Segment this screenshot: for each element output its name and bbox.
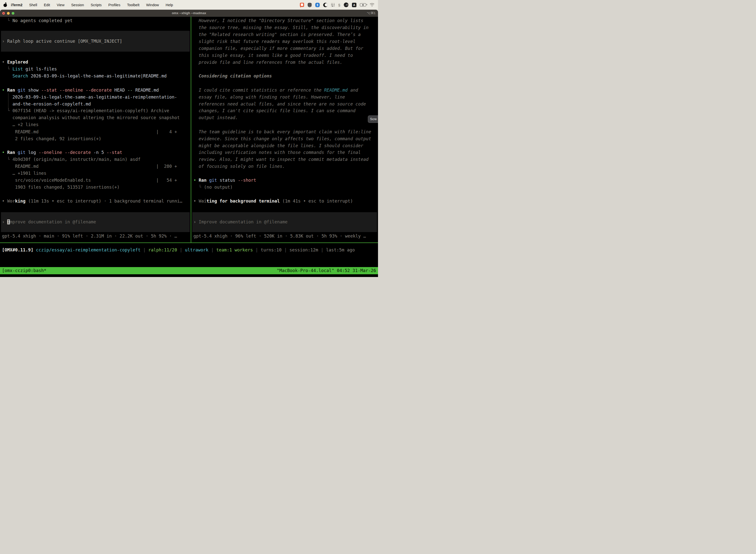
text-segment: --	[127, 88, 133, 93]
terminal-line: and-the-erosion-of-copyleft.md	[2, 101, 91, 107]
text-segment: README.md | 4 +	[2, 129, 177, 134]
text-segment: ›	[2, 39, 7, 44]
dots-grid-icon[interactable]	[331, 3, 335, 7]
menu-item-shell[interactable]: Shell	[29, 3, 37, 7]
terminal-line: including verification notes with those …	[193, 149, 361, 156]
menu-item-window[interactable]: Window	[146, 3, 159, 7]
terminal-line: [OMX#0.11.9] cczip/essay/ai-reimplementa…	[2, 246, 355, 254]
text-segment: mprove documentation in @filename	[10, 219, 96, 224]
text-segment: of focusing solely on file lines.	[193, 164, 285, 169]
text-segment: |	[253, 247, 261, 253]
wifi-icon[interactable]	[370, 3, 375, 7]
moon-icon[interactable]	[323, 3, 328, 7]
terminal-line: › Ralph loop active continue [OMX_TMUX_I…	[2, 38, 122, 45]
text-segment: README.md | 280 +	[2, 164, 177, 169]
privacy-shield-icon[interactable]	[308, 3, 312, 7]
terminal-line: changes, I can't cite specific file line…	[193, 107, 356, 114]
terminal-line: • Ran git show --stat --oneline --decora…	[2, 87, 159, 94]
text-segment: and	[348, 88, 358, 93]
text-segment: companion file, especially if more comme…	[193, 46, 363, 51]
text-segment: output instead.	[193, 115, 238, 120]
text-segment: provide file and line references from th…	[193, 60, 342, 65]
text-segment	[15, 150, 18, 155]
text-segment: |	[281, 247, 290, 253]
text-segment: git	[18, 88, 25, 93]
terminal-line: essay file, along with finding root file…	[193, 94, 345, 101]
menu-item-iterm2[interactable]: iTerm2	[11, 3, 22, 7]
text-segment: HEAD	[112, 88, 127, 93]
terminal-line: output instead.	[193, 114, 238, 121]
text-segment: 2026-03-09-is-legal-the-same-as-legitima…	[2, 95, 177, 100]
window-title-bar[interactable]: omx --xhigh --madmax ⌥⌘1	[0, 10, 378, 17]
iterm2-window: omx --xhigh --madmax ⌥⌘1 └ No agents com…	[0, 10, 378, 277]
text-segment: companion analysis without altering the …	[2, 115, 180, 120]
terminal-line: • Ran git log --oneline --decorate -n 5 …	[2, 149, 122, 156]
text-segment: session:12m	[290, 247, 318, 253]
terminal-line: src/voice/voiceModeEnabled.ts | 54 +	[2, 177, 177, 184]
text-segment	[57, 88, 60, 93]
terminal-line: 2 files changed, 92 insertions(+)	[2, 135, 101, 142]
terminal-line: └ 4b9d30f (origin/main, instructkr/main,…	[2, 156, 140, 163]
terminal-line: might be acceptable alongside the file l…	[193, 142, 363, 149]
tmux-window-label[interactable]: [omx-cczip0:bash*	[2, 267, 46, 274]
text-segment: --decorate	[85, 88, 112, 93]
terminal-line: the "Related research writing" section i…	[193, 31, 361, 38]
text-segment: └	[2, 157, 12, 162]
text-segment	[62, 150, 65, 155]
pane-divider[interactable]	[191, 17, 191, 242]
text-segment: ›	[2, 219, 7, 224]
text-segment: Improve documentation in @filename	[199, 219, 288, 224]
text-segment: Explored	[7, 60, 28, 64]
bolt-badge-icon[interactable]	[315, 3, 320, 7]
text-segment: 4b9d30f (origin/main, instructkr/main, m…	[12, 157, 140, 162]
menu-item-view[interactable]: View	[57, 3, 64, 7]
text-segment: essay file, along with finding root file…	[193, 95, 345, 100]
text-segment: git ls-files	[23, 66, 57, 71]
text-segment: slight risk that future readers may over…	[193, 39, 356, 44]
terminal-pane-right[interactable]: However, I noticed the "Directory Struct…	[191, 17, 378, 242]
text-segment: I	[7, 219, 10, 224]
text-segment: Ran	[199, 178, 207, 183]
menu-item-scripts[interactable]: Scripts	[91, 3, 102, 7]
apple-menu-icon[interactable]	[3, 3, 7, 7]
text-segment: (no output)	[204, 185, 233, 189]
timer-badge-icon[interactable]: ..61	[344, 2, 349, 7]
text-segment: log	[25, 150, 39, 155]
terminal-line: └ No agents completed yet	[2, 17, 72, 24]
text-segment: README.md	[133, 88, 159, 93]
menu-item-profiles[interactable]: Profiles	[108, 3, 120, 7]
screen-popover-button[interactable]: Scre	[368, 115, 378, 123]
text-segment: gpt-5.4 xhigh · main · 91% left · 2.31M …	[2, 233, 177, 238]
terminal-line: evidence. Since this change only affects…	[193, 135, 371, 142]
battery-icon[interactable]	[360, 3, 366, 6]
text-segment: Considering citation options	[193, 73, 272, 78]
text-segment: └	[193, 185, 204, 189]
menu-item-help[interactable]: Help	[166, 3, 173, 7]
menu-item-session[interactable]: Session	[71, 3, 84, 7]
text-segment: git	[209, 178, 217, 183]
terminal-line: references need actual files, and since …	[193, 101, 366, 107]
terminal-line: └ List git ls-files	[2, 65, 57, 72]
menu-item-edit[interactable]: Edit	[44, 3, 50, 7]
terminal-line: … +1901 lines	[2, 170, 46, 177]
text-segment: --short	[238, 178, 256, 183]
terminal-line: 1903 files changed, 513517 insertions(+)	[2, 184, 120, 190]
text-segment: Ralph loop active continue [OMX_TMUX_INJ…	[7, 39, 122, 44]
text-segment: [OMX#0.11.9]	[2, 247, 33, 253]
terminal-line: … +2 lines	[2, 121, 39, 128]
chat-app-icon[interactable]	[300, 3, 304, 7]
a-key-icon[interactable]: A	[352, 3, 357, 7]
terminal-line: the source tree, missing the essay. Stil…	[193, 24, 369, 31]
squiggle-icon[interactable]: §	[338, 3, 340, 7]
text-segment: evidence. Since this change only affects…	[193, 136, 371, 141]
text-segment: └	[2, 66, 12, 71]
tmux-status-bar: [omx-cczip0:bash* "MacBook-Pro-44.local"…	[0, 267, 378, 274]
text-segment: Wor	[7, 199, 15, 204]
text-segment: ultrawork	[185, 247, 208, 253]
terminal-line: • Working (11m 13s • esc to interrupt) ·…	[2, 198, 182, 205]
menu-item-toolbelt[interactable]: Toolbelt	[127, 3, 139, 7]
terminal-pane-left[interactable]: └ No agents completed yet› Ralph loop ac…	[0, 17, 191, 242]
text-segment: |	[318, 247, 326, 253]
text-segment: ralph:11/20	[148, 247, 177, 253]
text-segment: cczip/essay/ai-reimplementation-copyleft	[36, 247, 140, 253]
